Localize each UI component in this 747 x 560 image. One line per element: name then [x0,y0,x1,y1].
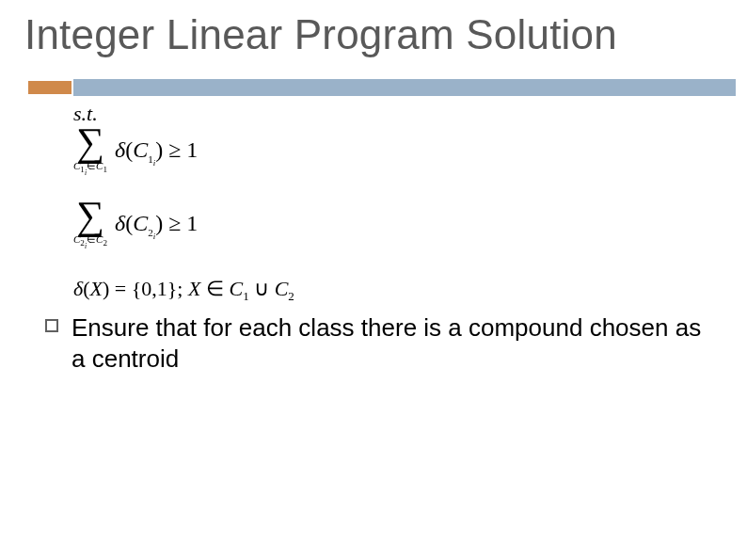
math-domain: δ(X) = {0,1}; X ∈ C1 ∪ C2 [73,277,294,304]
summation-1-index: C1i∈C1 [73,160,107,171]
constraint-1-body: δ(C1i) ≥ 1 [115,137,198,168]
math-constraint-1: ∑ C1i∈C1 δ(C1i) ≥ 1 [73,126,198,179]
title-rule [0,73,747,102]
math-constraint-2: ∑ C2i∈C2 δ(C2i) ≥ 1 [73,200,198,252]
summation-2: ∑ C2i∈C2 [73,200,107,252]
slide-title: Integer Linear Program Solution [24,11,617,58]
bullet-item: Ensure that for each class there is a co… [45,312,704,374]
sigma-icon: ∑ [76,194,104,237]
rule-accent-blue [73,79,736,96]
summation-1: ∑ C1i∈C1 [73,126,107,179]
summation-2-index: C2i∈C2 [73,233,107,245]
sigma-icon: ∑ [76,120,104,164]
bullet-square-icon [45,319,58,332]
rule-accent-orange [28,81,72,94]
bullet-text: Ensure that for each class there is a co… [72,312,704,374]
constraint-2-body: δ(C2i) ≥ 1 [115,211,198,241]
slide: Integer Linear Program Solution s.t. ∑ C… [0,0,747,560]
